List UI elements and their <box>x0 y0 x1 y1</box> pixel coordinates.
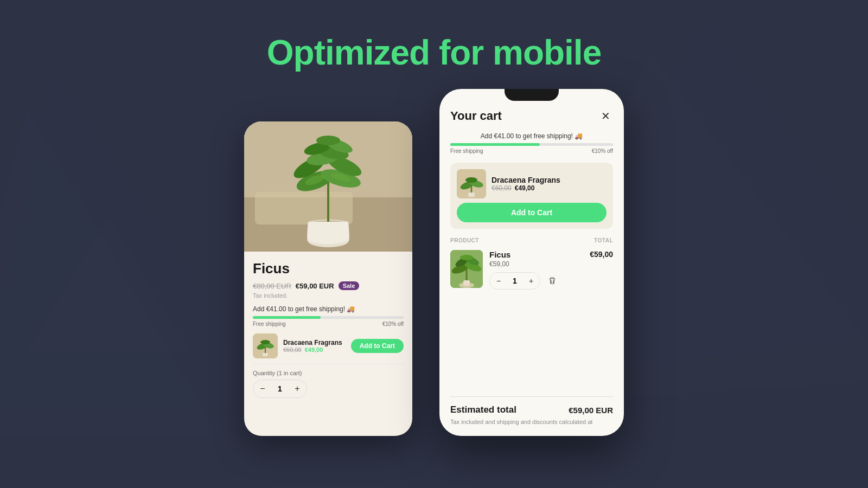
cart-item-image <box>450 250 483 288</box>
product-info: Ficus €80,00 EUR €59,00 EUR Sale Tax inc… <box>244 252 412 407</box>
cart-upsell-sale-price: €49,00 <box>515 184 535 192</box>
upsell-name: Dracaena Fragrans <box>283 339 346 346</box>
cart-col-product: PRODUCT <box>450 237 479 243</box>
sale-badge: Sale <box>339 281 360 290</box>
phone-right: Your cart ✕ Add €41.00 to get free shipp… <box>439 89 624 436</box>
cart-qty-value: 1 <box>507 277 522 285</box>
progress-label-discount: €10% off <box>382 321 404 327</box>
cart-item-delete-button[interactable] <box>545 273 560 288</box>
svg-rect-32 <box>468 192 475 197</box>
upsell-image <box>253 333 278 358</box>
estimated-total-value: €59,00 EUR <box>569 406 613 415</box>
product-image <box>244 121 412 252</box>
cart-header: Your cart ✕ <box>450 108 613 124</box>
cart-table-header: PRODUCT TOTAL <box>450 237 613 243</box>
cart-upsell-original-price: €60,00 <box>492 184 512 192</box>
cart-footer: Estimated total €59,00 EUR Tax included … <box>450 396 613 425</box>
cart-upsell-section: Dracaena Fragrans €60,00 €49,00 Add to C… <box>450 163 613 229</box>
svg-point-41 <box>459 282 474 288</box>
svg-point-31 <box>465 177 477 183</box>
progress-label-free-shipping: Free shipping <box>253 321 286 327</box>
quantity-decrease-button[interactable]: − <box>253 380 272 398</box>
cart-col-total: TOTAL <box>594 237 613 243</box>
phone-left: Ficus €80,00 EUR €59,00 EUR Sale Tax inc… <box>244 121 412 436</box>
cart-upsell-name: Dracaena Fragrans <box>492 176 607 184</box>
cart-close-button[interactable]: ✕ <box>598 108 613 124</box>
cart-item-qty-row: − 1 + <box>489 272 583 290</box>
quantity-section: Quantity (1 in cart) − 1 + <box>253 364 404 398</box>
upsell-original-price: €60,00 <box>283 346 302 353</box>
cart-shipping-promo: Add €41.00 to get free shipping! 🚚 <box>450 132 613 140</box>
cart-item-name: Ficus <box>489 250 583 259</box>
sale-price: €59,00 EUR <box>296 282 334 290</box>
phones-container: Ficus €80,00 EUR €59,00 EUR Sale Tax inc… <box>244 89 624 458</box>
upsell-sale-price: €49,00 <box>305 346 323 353</box>
quantity-stepper: − 1 + <box>253 380 307 398</box>
cart-item-price: €59,00 <box>489 260 583 268</box>
quantity-value: 1 <box>272 384 288 393</box>
svg-point-18 <box>316 136 340 145</box>
cart-progress-label-discount: €10% off <box>592 148 613 154</box>
cart-upsell-image <box>457 169 486 198</box>
shipping-promo: Add €41.00 to get free shipping! 🚚 <box>253 305 404 313</box>
cart-content: Your cart ✕ Add €41.00 to get free shipp… <box>439 89 624 436</box>
cart-qty-stepper: − 1 + <box>489 272 540 290</box>
original-price: €80,00 EUR <box>253 282 291 290</box>
cart-item-details: Ficus €59,00 − 1 + <box>489 250 583 290</box>
product-name: Ficus <box>253 260 404 277</box>
upsell-row: Dracaena Fragrans €60,00 €49,00 Add to C… <box>253 333 404 358</box>
cart-progress-label-free: Free shipping <box>450 148 483 154</box>
phone-notch <box>505 89 559 101</box>
cart-item-row: Ficus €59,00 − 1 + <box>450 250 613 298</box>
quantity-label: Quantity (1 in cart) <box>253 370 404 376</box>
quantity-increase-button[interactable]: + <box>288 380 307 398</box>
estimated-total-label: Estimated total <box>450 404 516 415</box>
svg-point-39 <box>460 255 473 260</box>
cart-upsell-add-to-cart-button[interactable]: Add to Cart <box>457 203 607 222</box>
svg-rect-26 <box>263 353 268 356</box>
left-upsell-add-to-cart-button[interactable]: Add to Cart <box>351 339 404 353</box>
tax-info: Tax included and shipping and discounts … <box>450 419 613 425</box>
cart-qty-increase-button[interactable]: + <box>522 272 540 290</box>
cart-progress-bar <box>450 143 613 146</box>
cart-qty-decrease-button[interactable]: − <box>490 272 507 290</box>
svg-rect-7 <box>255 192 353 224</box>
tax-note: Tax included. <box>253 292 404 299</box>
svg-point-25 <box>260 340 270 344</box>
shipping-progress-bar <box>253 316 404 319</box>
cart-item-total: €59,00 <box>590 250 613 259</box>
cart-title: Your cart <box>450 109 502 123</box>
page-title: Optimized for mobile <box>267 33 601 73</box>
